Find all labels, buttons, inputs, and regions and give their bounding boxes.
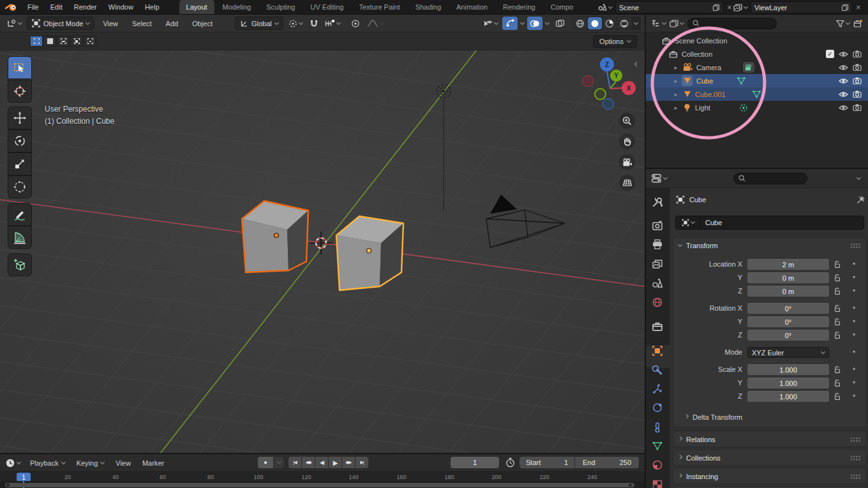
disclosure-closed-icon[interactable]: ▸ [673,64,679,71]
collections-panel[interactable]: Collections [673,449,867,466]
animate-dot[interactable]: • [849,390,858,403]
menu-timeline-view[interactable]: View [110,454,137,471]
pivot-point-dropdown[interactable] [286,19,305,28]
tool-select-box[interactable] [8,56,32,79]
outliner-search-field[interactable] [687,18,777,29]
frame-start-field[interactable]: Start 1 [520,457,574,468]
tab-object-data[interactable] [652,440,663,452]
mode-dropdown[interactable]: Object Mode [27,17,94,30]
menu-playback[interactable]: Playback [24,454,71,471]
tab-tool[interactable] [652,196,663,208]
outliner-row-camera[interactable]: ▸ Camera [646,61,868,74]
tool-add-cube[interactable] [8,253,32,276]
lock-icon[interactable] [834,274,841,282]
workspace-tab-texture-paint[interactable]: Texture Paint [352,0,407,14]
orthographic-toggle-button[interactable] [619,175,635,191]
lock-icon[interactable] [834,379,841,387]
menu-view[interactable]: View [97,15,124,32]
location-z-input[interactable]: 0 m [747,286,829,297]
use-preview-range-toggle[interactable] [505,457,515,468]
previous-keyframe-button[interactable]: ◀◆ [302,457,315,468]
lock-icon[interactable] [834,260,841,269]
copy-icon[interactable] [712,4,720,11]
tab-particles[interactable] [652,383,663,395]
jump-to-start-button[interactable]: |◀ [288,457,301,468]
show-overlays-toggle[interactable] [527,17,542,30]
view-layer-type-dropdown[interactable] [731,3,749,11]
outliner-filter-type-dropdown[interactable] [670,19,684,27]
collection-checkbox[interactable]: ✓ [826,50,834,58]
scrollbar-handle-left[interactable] [6,484,10,487]
animate-dot[interactable]: • [849,302,858,315]
menu-file[interactable]: File [22,0,45,14]
transform-panel-header[interactable]: Transform [673,238,866,253]
scale-x-input[interactable]: 1.000 [747,364,829,375]
disable-in-renders-toggle[interactable] [853,64,862,71]
tab-physics[interactable] [652,402,663,413]
tool-rotate[interactable] [8,129,32,152]
scene-name-field[interactable]: Scene [615,1,724,13]
gizmo-dropdown[interactable] [520,23,525,24]
gizmo-axis-z-neg[interactable] [602,98,614,110]
properties-options-dropdown[interactable] [855,178,863,179]
animate-dot[interactable]: • [849,285,858,298]
gizmo-axis-x[interactable]: X [622,81,636,95]
frame-end-field[interactable]: End 250 [575,457,639,468]
tool-move[interactable] [8,107,32,129]
shading-wireframe-button[interactable] [573,17,587,29]
workspace-tab-sculpting[interactable]: Sculpting [259,0,302,14]
hide-in-viewport-toggle[interactable] [839,105,848,111]
object-name-field[interactable]: Cube [675,216,864,230]
animate-dot[interactable]: • [849,329,858,342]
outliner-row-light[interactable]: ▸ Light [646,101,868,114]
outliner-row-cube-001[interactable]: ▸ Cube.001 [646,87,868,101]
camera-data-badge[interactable] [743,62,754,73]
new-collection-button[interactable] [853,19,863,28]
animate-dot[interactable]: • [849,346,858,359]
tab-collection[interactable] [652,321,663,332]
workspace-tab-rendering[interactable]: Rendering [496,0,542,14]
lock-icon[interactable] [834,304,841,313]
proportional-editing-toggle[interactable] [348,17,363,30]
snap-settings-dropdown[interactable] [323,19,342,27]
object-visibility-dropdown[interactable] [480,19,500,28]
scale-y-input[interactable]: 1.000 [747,378,829,388]
relations-panel[interactable]: Relations [673,431,867,447]
shading-solid-button[interactable] [588,17,602,29]
shading-dropdown[interactable] [632,23,640,24]
timeline-editor-type-button[interactable] [5,458,20,468]
lock-icon[interactable] [834,366,841,374]
properties-search-field[interactable] [733,173,807,184]
properties-editor-type-button[interactable] [651,174,667,183]
animate-dot[interactable]: • [849,376,858,390]
lock-icon[interactable] [834,331,841,339]
auto-keying-record-button[interactable]: ● [258,457,273,468]
select-mode-set[interactable] [30,36,43,47]
hide-in-viewport-toggle[interactable] [839,64,848,71]
view-layer-name-field[interactable]: ViewLayer [751,1,853,13]
hide-in-viewport-toggle[interactable] [839,91,848,98]
rotation-z-input[interactable]: 0° [747,330,829,341]
tab-scene[interactable] [652,277,663,289]
auto-keying-dropdown[interactable] [274,457,284,468]
tool-scale[interactable] [8,152,32,175]
jump-to-end-button[interactable]: ▶| [355,457,368,468]
show-gizmo-toggle[interactable] [502,17,518,30]
disclosure-closed-icon[interactable]: ▸ [673,78,679,84]
outliner-display-mode-dropdown[interactable] [651,19,666,27]
drag-handle-icon[interactable] [850,474,861,479]
scene-type-dropdown[interactable] [596,3,614,11]
rotation-y-input[interactable]: 0° [747,316,829,327]
xray-toggle[interactable] [552,17,567,30]
disable-in-renders-toggle[interactable] [853,50,862,57]
disclosure-closed-icon[interactable]: ▸ [673,105,679,111]
tab-output[interactable] [652,239,663,250]
mesh-data-badge[interactable] [752,90,761,98]
workspace-tab-shading[interactable]: Shading [408,0,448,14]
copy-icon[interactable] [841,4,849,11]
drag-handle-icon[interactable] [850,437,861,442]
editor-type-button[interactable] [4,18,24,28]
mesh-data-badge[interactable] [737,77,746,85]
pan-button[interactable] [619,133,635,149]
menu-object[interactable]: Object [186,15,218,32]
